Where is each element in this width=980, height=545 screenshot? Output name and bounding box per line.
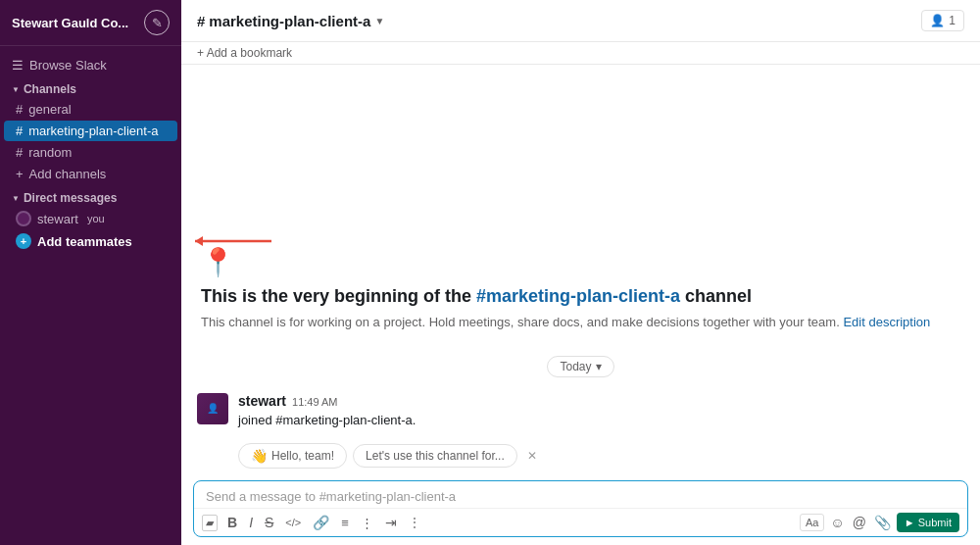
message-text: joined #marketing-plan-client-a. (238, 411, 964, 430)
bold-icon[interactable]: B (225, 513, 239, 532)
header-right: 👤 1 (921, 10, 964, 31)
sidebar-item-stewart[interactable]: stewart you (4, 208, 177, 229)
plus-icon-channels: + (16, 167, 24, 181)
send-button[interactable]: ► Submit (897, 513, 959, 532)
dismiss-pills-button[interactable]: ✕ (527, 449, 537, 463)
member-count: 1 (949, 14, 956, 27)
message-header: stewart 11:49 AM (238, 393, 964, 409)
send-icon: ► (905, 517, 915, 528)
channel-hash: # (197, 13, 205, 29)
channel-dropdown-icon: ▼ (374, 16, 384, 26)
pill-channel-label: Let's use this channel for... (366, 449, 505, 463)
add-teammates-label: Add teammates (37, 234, 132, 249)
sidebar-item-marketing-plan[interactable]: # marketing-plan-client-a (4, 121, 177, 141)
channel-name-header: marketing-plan-client-a (209, 13, 370, 29)
chevron-down-dm-icon: ▼ (12, 194, 20, 203)
hash-icon-random: # (16, 145, 23, 160)
send-label: Submit (918, 517, 952, 528)
add-bookmark-label: + Add a bookmark (197, 46, 292, 60)
channel-intro-icon: 📍 (201, 246, 960, 278)
main-content: # marketing-plan-client-a ▼ 👤 1 + Add a … (181, 0, 980, 545)
unordered-list-icon[interactable]: ⋮ (359, 514, 375, 532)
channels-section-label: Channels (24, 82, 76, 96)
code-icon[interactable]: </> (283, 515, 303, 530)
intro-desc-text: This channel is for working on a project… (201, 315, 840, 329)
bookmark-bar: + Add a bookmark (181, 42, 980, 65)
message-input-area: Send a message to #marketing-plan-client… (193, 480, 968, 537)
dm-name-stewart: stewart (37, 212, 78, 226)
input-placeholder: Send a message to #marketing-plan-client… (206, 489, 456, 504)
channel-intro-desc: This channel is for working on a project… (201, 313, 960, 332)
toolbar-left: ▰ B I S </> 🔗 ≡ ⋮ ⇥ ⋮ (202, 513, 422, 532)
date-chevron: ▾ (596, 360, 602, 373)
add-teammates-button[interactable]: + Add teammates (4, 230, 177, 252)
italic-icon[interactable]: I (247, 513, 255, 532)
intro-channel-link[interactable]: #marketing-plan-client-a (476, 286, 680, 306)
channel-name-general: general (28, 102, 71, 117)
dm-section-label: Direct messages (24, 191, 117, 205)
arrow-indicator (185, 232, 273, 250)
workspace-name[interactable]: Stewart Gauld Co... (12, 16, 128, 30)
avatar-initials: 👤 (207, 403, 219, 414)
browse-slack-icon: ☰ (12, 58, 24, 73)
sidebar-item-browse-slack[interactable]: ☰ Browse Slack (0, 54, 181, 76)
message-author: stewart (238, 393, 286, 409)
sidebar-item-add-channels[interactable]: + Add channels (4, 164, 177, 184)
hash-icon: # (16, 102, 23, 117)
date-divider: Today ▾ (181, 348, 980, 385)
message-time: 11:49 AM (292, 396, 337, 408)
sidebar-nav: ☰ Browse Slack ▼ Channels # general # ma… (0, 46, 181, 261)
sidebar: Stewart Gauld Co... ✎ ☰ Browse Slack ▼ C… (0, 0, 181, 545)
channel-header: # marketing-plan-client-a ▼ 👤 1 (181, 0, 980, 42)
you-badge: you (87, 213, 105, 224)
person-icon-header: 👤 (930, 14, 945, 27)
sidebar-item-general[interactable]: # general (4, 99, 177, 120)
aa-button[interactable]: Aa (800, 514, 824, 531)
edit-description-link[interactable]: Edit description (843, 315, 930, 329)
more-format-icon[interactable]: ⋮ (407, 514, 422, 531)
dm-section-header[interactable]: ▼ Direct messages (0, 185, 181, 207)
avatar: 👤 (197, 393, 228, 424)
browse-slack-label: Browse Slack (29, 58, 107, 73)
wave-emoji: 👋 (251, 448, 268, 464)
ordered-list-icon[interactable]: ≡ (339, 514, 351, 532)
channel-intro: 📍 This is the very beginning of the #mar… (181, 223, 980, 348)
add-bookmark-button[interactable]: + Add a bookmark (197, 46, 292, 60)
suggestion-pills: 👋 Hello, team! Let's use this channel fo… (181, 437, 980, 476)
svg-marker-1 (195, 236, 203, 246)
channels-section-header[interactable]: ▼ Channels (0, 76, 181, 98)
message-content: stewart 11:49 AM joined #marketing-plan-… (238, 393, 964, 430)
pill-use-channel[interactable]: Let's use this channel for... (353, 444, 517, 468)
member-count-button[interactable]: 👤 1 (921, 10, 964, 31)
edit-icon[interactable]: ✎ (144, 10, 170, 35)
date-label: Today (560, 360, 591, 373)
intro-title-prefix: This is the very beginning of the (201, 286, 476, 306)
hash-icon-active: # (16, 124, 23, 138)
plus-circle-icon: + (16, 233, 31, 249)
date-pill[interactable]: Today ▾ (547, 356, 613, 377)
strikethrough-icon[interactable]: S (263, 513, 275, 532)
pill-hello-label: Hello, team! (271, 449, 334, 463)
link-icon[interactable]: 🔗 (311, 513, 331, 532)
emoji-icon[interactable]: ☺ (828, 513, 846, 532)
channel-name-random: random (28, 145, 72, 160)
indent-icon[interactable]: ⇥ (383, 513, 399, 532)
pill-hello-team[interactable]: 👋 Hello, team! (238, 443, 347, 469)
add-channels-label: Add channels (29, 167, 107, 181)
attach-icon[interactable]: 📎 (872, 513, 893, 532)
chevron-down-icon: ▼ (12, 85, 20, 94)
input-toolbar: ▰ B I S </> 🔗 ≡ ⋮ ⇥ ⋮ Aa ☺ @ 📎 (194, 508, 967, 536)
intro-title-suffix: channel (680, 286, 752, 306)
messages-area: 📍 This is the very beginning of the #mar… (181, 65, 980, 476)
input-top[interactable]: Send a message to #marketing-plan-client… (194, 481, 967, 508)
channel-intro-title: This is the very beginning of the #marke… (201, 286, 960, 307)
sidebar-item-random[interactable]: # random (4, 142, 177, 163)
person-icon (16, 211, 31, 226)
channel-name-marketing: marketing-plan-client-a (28, 124, 158, 138)
message-group: 👤 stewart 11:49 AM joined #marketing-pla… (181, 385, 980, 438)
channel-title[interactable]: # marketing-plan-client-a ▼ (197, 13, 384, 29)
format-text-icon[interactable]: ▰ (202, 515, 218, 531)
sidebar-header: Stewart Gauld Co... ✎ (0, 0, 181, 46)
mention-icon[interactable]: @ (851, 513, 868, 532)
messages-spacer (181, 65, 980, 223)
